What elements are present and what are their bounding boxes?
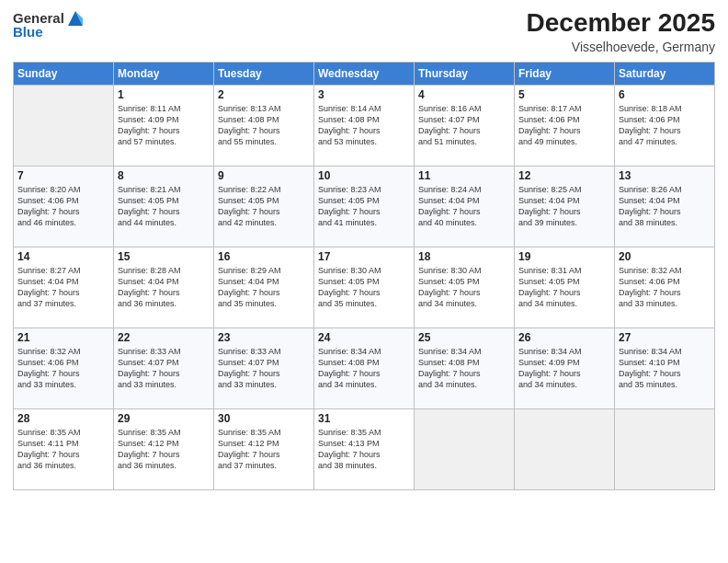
table-cell: 17Sunrise: 8:30 AMSunset: 4:05 PMDayligh… (314, 247, 415, 327)
day-info-line: Daylight: 7 hours (17, 449, 109, 460)
day-info-line: and 53 minutes. (318, 136, 410, 147)
day-info-line: and 46 minutes. (17, 217, 109, 228)
day-info-line: Sunrise: 8:11 AM (118, 103, 210, 114)
day-number: 15 (118, 250, 210, 263)
day-number: 24 (318, 331, 410, 344)
day-info-line: Sunrise: 8:32 AM (619, 265, 711, 276)
col-monday: Monday (114, 62, 214, 85)
day-number: 4 (418, 88, 510, 101)
table-cell: 6Sunrise: 8:18 AMSunset: 4:06 PMDaylight… (615, 85, 715, 166)
day-info-line: Daylight: 7 hours (318, 125, 410, 136)
day-info-line: Sunrise: 8:13 AM (218, 103, 310, 114)
day-info-line: and 47 minutes. (619, 136, 711, 147)
day-info-line: Daylight: 7 hours (518, 125, 610, 136)
day-info-line: Sunset: 4:05 PM (518, 276, 610, 287)
day-info-line: Sunset: 4:07 PM (218, 357, 310, 368)
day-info-line: Sunset: 4:09 PM (118, 114, 210, 125)
calendar-header-row: Sunday Monday Tuesday Wednesday Thursday… (14, 62, 715, 85)
day-number: 18 (418, 250, 510, 263)
day-number: 11 (418, 169, 510, 182)
day-number: 6 (619, 88, 711, 101)
day-number: 23 (218, 331, 310, 344)
day-info-line: and 34 minutes. (518, 298, 610, 309)
day-info-line: Daylight: 7 hours (218, 125, 310, 136)
day-info-line: Sunset: 4:08 PM (218, 114, 310, 125)
day-info-line: and 38 minutes. (318, 460, 410, 471)
table-cell: 7Sunrise: 8:20 AMSunset: 4:06 PMDaylight… (14, 166, 114, 247)
day-info-line: Daylight: 7 hours (418, 206, 510, 217)
day-info-line: Sunrise: 8:18 AM (619, 103, 711, 114)
table-cell: 15Sunrise: 8:28 AMSunset: 4:04 PMDayligh… (114, 247, 214, 327)
day-info-line: and 33 minutes. (218, 379, 310, 390)
day-number: 28 (17, 412, 109, 425)
day-info-line: Daylight: 7 hours (418, 287, 510, 298)
day-number: 17 (318, 250, 410, 263)
day-info-line: Daylight: 7 hours (518, 287, 610, 298)
day-info-line: Sunrise: 8:21 AM (118, 184, 210, 195)
day-info-line: Sunrise: 8:34 AM (619, 346, 711, 357)
day-info-line: Sunset: 4:07 PM (118, 357, 210, 368)
table-cell: 31Sunrise: 8:35 AMSunset: 4:13 PMDayligh… (314, 408, 415, 489)
table-cell: 8Sunrise: 8:21 AMSunset: 4:05 PMDaylight… (114, 166, 214, 247)
day-number: 31 (318, 412, 410, 425)
day-info-line: Sunrise: 8:23 AM (318, 184, 410, 195)
day-info-line: Sunrise: 8:35 AM (318, 427, 410, 438)
day-info-line: Daylight: 7 hours (619, 125, 711, 136)
table-cell: 9Sunrise: 8:22 AMSunset: 4:05 PMDaylight… (214, 166, 314, 247)
day-number: 25 (418, 331, 510, 344)
day-info-line: and 37 minutes. (17, 298, 109, 309)
table-cell: 26Sunrise: 8:34 AMSunset: 4:09 PMDayligh… (515, 327, 615, 408)
col-wednesday: Wednesday (314, 62, 415, 85)
table-cell: 14Sunrise: 8:27 AMSunset: 4:04 PMDayligh… (14, 247, 114, 327)
day-info-line: Sunrise: 8:14 AM (318, 103, 410, 114)
day-info-line: Sunset: 4:12 PM (118, 438, 210, 449)
week-row-1: 1Sunrise: 8:11 AMSunset: 4:09 PMDaylight… (14, 85, 715, 166)
day-number: 12 (518, 169, 610, 182)
day-info-line: Sunset: 4:04 PM (418, 195, 510, 206)
day-number: 2 (218, 88, 310, 101)
logo-blue: Blue (13, 25, 43, 40)
day-info-line: Sunset: 4:06 PM (17, 357, 109, 368)
table-cell: 22Sunrise: 8:33 AMSunset: 4:07 PMDayligh… (114, 327, 214, 408)
day-info-line: Daylight: 7 hours (619, 368, 711, 379)
day-info-line: and 49 minutes. (518, 136, 610, 147)
day-info-line: Daylight: 7 hours (118, 287, 210, 298)
day-number: 8 (118, 169, 210, 182)
day-info-line: Daylight: 7 hours (218, 206, 310, 217)
day-number: 30 (218, 412, 310, 425)
day-info-line: Sunset: 4:05 PM (318, 195, 410, 206)
day-number: 7 (17, 169, 109, 182)
table-cell: 20Sunrise: 8:32 AMSunset: 4:06 PMDayligh… (615, 247, 715, 327)
table-cell (14, 85, 114, 166)
day-number: 10 (318, 169, 410, 182)
logo: General Blue (13, 9, 85, 40)
day-info-line: Sunrise: 8:35 AM (118, 427, 210, 438)
day-info-line: Sunset: 4:04 PM (118, 276, 210, 287)
day-info-line: Sunrise: 8:34 AM (518, 346, 610, 357)
calendar: Sunday Monday Tuesday Wednesday Thursday… (13, 62, 715, 490)
day-info-line: Sunset: 4:05 PM (418, 276, 510, 287)
day-info-line: Sunrise: 8:34 AM (418, 346, 510, 357)
day-info-line: and 44 minutes. (118, 217, 210, 228)
table-cell (415, 408, 515, 489)
day-info-line: Daylight: 7 hours (518, 206, 610, 217)
day-info-line: Sunrise: 8:29 AM (218, 265, 310, 276)
day-info-line: Daylight: 7 hours (418, 368, 510, 379)
day-number: 13 (619, 169, 711, 182)
day-info-line: Daylight: 7 hours (218, 449, 310, 460)
header: General Blue December 2025 Visselhoevede… (13, 9, 715, 54)
col-saturday: Saturday (615, 62, 715, 85)
table-cell (615, 408, 715, 489)
day-info-line: Sunrise: 8:35 AM (218, 427, 310, 438)
day-info-line: Daylight: 7 hours (518, 368, 610, 379)
day-number: 14 (17, 250, 109, 263)
col-friday: Friday (515, 62, 615, 85)
day-info-line: Sunset: 4:07 PM (418, 114, 510, 125)
day-info-line: Sunset: 4:06 PM (619, 114, 711, 125)
table-cell: 24Sunrise: 8:34 AMSunset: 4:08 PMDayligh… (314, 327, 415, 408)
table-cell: 19Sunrise: 8:31 AMSunset: 4:05 PMDayligh… (515, 247, 615, 327)
week-row-5: 28Sunrise: 8:35 AMSunset: 4:11 PMDayligh… (14, 408, 715, 489)
day-info-line: Sunset: 4:09 PM (518, 357, 610, 368)
day-info-line: Daylight: 7 hours (218, 368, 310, 379)
table-cell: 11Sunrise: 8:24 AMSunset: 4:04 PMDayligh… (415, 166, 515, 247)
